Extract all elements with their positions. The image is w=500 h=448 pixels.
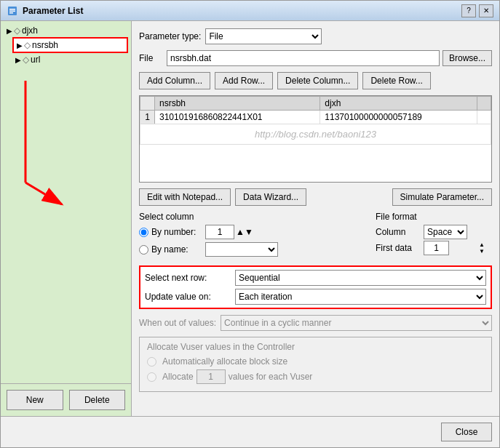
file-format-title: File format	[376, 212, 492, 222]
svg-line-6	[25, 183, 62, 204]
window-close-button[interactable]: ✕	[479, 4, 493, 17]
file-format-grid: Column Space Tab Comma First data ▲ ▼	[376, 225, 492, 255]
file-row: File Browse...	[139, 50, 492, 66]
select-column-title: Select column	[139, 212, 364, 222]
svg-rect-1	[9, 9, 15, 10]
data-table: nsrsbh djxh 1 310101916860822441X01 1137…	[140, 96, 491, 145]
select-column-group: Select column By number: ▲ ▼ By name:	[139, 212, 364, 260]
cell-extra-1	[477, 111, 491, 124]
select-row-grid: Select next row: Sequential Random Uniqu…	[145, 270, 486, 305]
manual-allocate-radio[interactable]	[147, 372, 156, 382]
tree-arrow-nsrsbh: ▶	[17, 41, 23, 49]
edit-notepad-button[interactable]: Edit with Notepad...	[139, 188, 231, 206]
by-number-radio[interactable]	[139, 228, 148, 237]
delete-button[interactable]: Delete	[69, 390, 126, 410]
add-column-button[interactable]: Add Column...	[139, 72, 210, 89]
table-row: 1 310101916860822441X01 1137010000000005…	[140, 111, 491, 124]
tree-item-url[interactable]: ▶ ◇ url	[12, 53, 128, 66]
tree-item-nsrsbh[interactable]: ▶ ◇ nsrsbh	[12, 37, 128, 53]
update-value-label: Update value on:	[145, 292, 232, 302]
by-name-select[interactable]	[205, 242, 278, 257]
column-format-section: Select column By number: ▲ ▼ By name:	[139, 212, 492, 260]
select-next-row-label: Select next row:	[145, 273, 232, 283]
auto-allocate-label: Automatically allocate block size	[162, 356, 287, 367]
arrow-indicator	[18, 81, 128, 214]
when-out-select[interactable]: Continue in a cyclic manner Abort Contin…	[221, 315, 492, 331]
parameter-list-window: Parameter List ? ✕ ▶ ◇ djxh ▶ ◇ nsrsbh	[0, 0, 500, 448]
select-column-label: Select column	[139, 212, 194, 222]
col-header-extra	[477, 97, 491, 111]
data-wizard-button[interactable]: Data Wizard...	[235, 188, 306, 206]
by-name-label: By name:	[151, 244, 202, 255]
new-button[interactable]: New	[7, 390, 63, 410]
allocate-label: Allocate	[162, 372, 194, 382]
allocate-section: Allocate Vuser values in the Controller …	[139, 337, 492, 392]
col-header-djxh: djxh	[320, 97, 477, 111]
file-format-group: File format Column Space Tab Comma First…	[376, 212, 492, 260]
manual-allocate-row: Allocate values for each Vuser	[147, 369, 484, 384]
action-buttons-row: Edit with Notepad... Data Wizard... Simu…	[139, 188, 492, 206]
file-label: File	[139, 53, 161, 63]
col-header-num	[140, 97, 155, 111]
bottom-bar: Close	[1, 416, 499, 447]
first-data-input[interactable]	[424, 241, 449, 255]
cell-djxh-1: 11370100000000057189	[320, 111, 477, 124]
help-button[interactable]: ?	[461, 4, 476, 17]
by-name-row: By name:	[139, 242, 364, 257]
file-input[interactable]	[167, 50, 440, 66]
tree-diamond-djxh: ◇	[14, 25, 20, 36]
when-out-label: When out of values:	[139, 318, 216, 328]
first-data-spinners: ▲ ▼	[479, 241, 492, 255]
by-name-radio[interactable]	[139, 245, 148, 255]
by-number-label: By number:	[151, 227, 202, 237]
next-row-section: Select next row: Sequential Random Uniqu…	[139, 265, 492, 309]
col-header-nsrsbh: nsrsbh	[155, 97, 320, 111]
tree-diamond-nsrsbh: ◇	[24, 40, 31, 50]
when-out-row: When out of values: Continue in a cyclic…	[139, 315, 492, 331]
column-label: Column	[376, 227, 419, 237]
first-data-label: First data	[376, 243, 419, 253]
update-value-select[interactable]: Each iteration Each occurrence Once	[235, 289, 486, 305]
watermark: http://blog.csdn.net/baoni123	[145, 126, 486, 143]
tree-label-url: url	[31, 55, 40, 65]
tree-diamond-url: ◇	[23, 55, 29, 65]
main-content: ▶ ◇ djxh ▶ ◇ nsrsbh ▶ ◇ url	[1, 21, 499, 416]
watermark-row: http://blog.csdn.net/baoni123	[140, 124, 491, 145]
right-panel: Parameter type: File Table Custom File B…	[132, 21, 499, 416]
svg-rect-2	[9, 10, 15, 12]
tree-arrow-djxh: ▶	[7, 27, 12, 35]
allocate-input[interactable]	[197, 369, 226, 384]
column-select[interactable]: Space Tab Comma	[424, 225, 467, 239]
simulate-parameter-button[interactable]: Simulate Parameter...	[392, 188, 492, 206]
by-number-spinner-down[interactable]: ▼	[245, 227, 253, 237]
row-num-1: 1	[140, 111, 155, 124]
tree-label-djxh: djxh	[22, 25, 38, 36]
add-row-button[interactable]: Add Row...	[215, 72, 273, 89]
close-button[interactable]: Close	[441, 423, 492, 441]
parameter-tree: ▶ ◇ djxh ▶ ◇ nsrsbh ▶ ◇ url	[1, 21, 131, 383]
each-vuser-label: values for each Vuser	[229, 372, 313, 382]
cell-nsrsbh-1: 310101916860822441X01	[155, 111, 320, 124]
browse-button[interactable]: Browse...	[443, 50, 492, 66]
first-data-up[interactable]: ▲	[479, 241, 492, 248]
tree-item-djxh[interactable]: ▶ ◇ djxh	[4, 24, 128, 37]
title-bar: Parameter List ? ✕	[1, 1, 499, 21]
left-panel: ▶ ◇ djxh ▶ ◇ nsrsbh ▶ ◇ url	[1, 21, 132, 416]
window-title: Parameter List	[23, 6, 461, 16]
delete-column-button[interactable]: Delete Column...	[277, 72, 358, 89]
param-type-label: Parameter type:	[139, 31, 201, 41]
delete-row-button[interactable]: Delete Row...	[362, 72, 430, 89]
select-next-row-select[interactable]: Sequential Random Unique	[235, 270, 486, 286]
auto-allocate-radio[interactable]	[147, 357, 156, 367]
param-type-select[interactable]: File Table Custom	[205, 28, 322, 44]
by-number-input[interactable]	[205, 225, 234, 239]
title-bar-buttons: ? ✕	[461, 4, 493, 17]
by-number-spinner-up[interactable]: ▲	[236, 227, 245, 237]
first-data-down[interactable]: ▼	[479, 248, 492, 255]
data-table-container: nsrsbh djxh 1 310101916860822441X01 1137…	[139, 95, 492, 183]
window-icon	[7, 5, 18, 17]
left-panel-buttons: New Delete	[1, 383, 131, 416]
tree-arrow-url: ▶	[15, 56, 21, 64]
auto-allocate-row: Automatically allocate block size	[147, 356, 484, 367]
tree-label-nsrsbh: nsrsbh	[32, 40, 58, 50]
